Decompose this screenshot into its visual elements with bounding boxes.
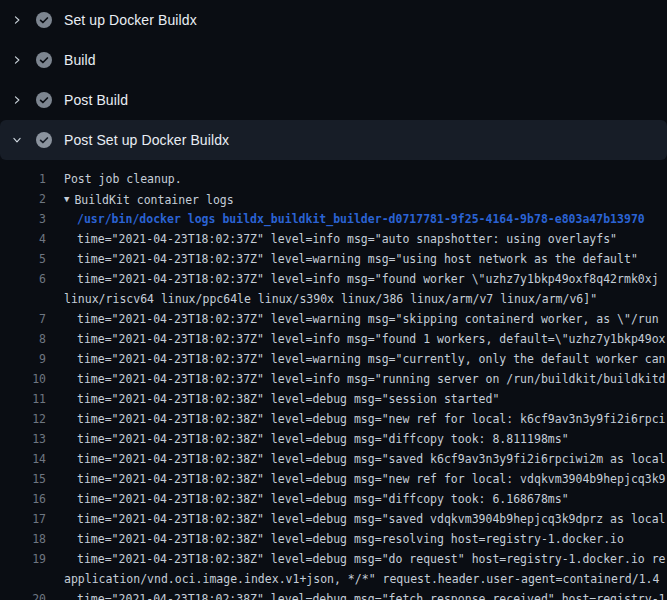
log-text: time="2021-04-23T18:02:37Z" level=warnin… xyxy=(64,349,666,369)
log-text: time="2021-04-23T18:02:38Z" level=debug … xyxy=(64,449,666,469)
log-line: 5time="2021-04-23T18:02:37Z" level=warni… xyxy=(0,249,667,269)
log-text: time="2021-04-23T18:02:38Z" level=debug … xyxy=(64,529,624,549)
log-text: Post job cleanup. xyxy=(64,169,182,189)
log-text: time="2021-04-23T18:02:38Z" level=debug … xyxy=(64,509,666,529)
log-text: time="2021-04-23T18:02:38Z" level=debug … xyxy=(64,389,499,409)
group-collapse-icon[interactable]: ▼ xyxy=(64,189,69,209)
log-line: 1Post job cleanup. xyxy=(0,169,667,189)
log-line-number[interactable]: 12 xyxy=(0,409,46,429)
log-line-number[interactable]: 14 xyxy=(0,449,46,469)
step-label: Build xyxy=(64,52,96,68)
log-text: time="2021-04-23T18:02:37Z" level=info m… xyxy=(64,229,617,249)
log-line: 13time="2021-04-23T18:02:38Z" level=debu… xyxy=(0,429,667,449)
log-text: time="2021-04-23T18:02:38Z" level=debug … xyxy=(64,489,569,509)
log-line: 12time="2021-04-23T18:02:38Z" level=debu… xyxy=(0,409,667,429)
step-row-build[interactable]: Build xyxy=(0,40,667,80)
log-line-number[interactable]: 1 xyxy=(0,169,46,189)
log-line-number xyxy=(0,569,46,589)
check-circle-icon xyxy=(36,52,52,68)
check-circle-icon xyxy=(36,132,52,148)
log-line: 7time="2021-04-23T18:02:37Z" level=warni… xyxy=(0,309,667,329)
log-text: application/vnd.oci.image.index.v1+json,… xyxy=(64,569,659,589)
log-text: time="2021-04-23T18:02:38Z" level=debug … xyxy=(64,429,569,449)
log-line-number[interactable]: 11 xyxy=(0,389,46,409)
log-text: time="2021-04-23T18:02:38Z" level=debug … xyxy=(64,469,666,489)
log-text: time="2021-04-23T18:02:38Z" level=debug … xyxy=(64,409,666,429)
check-circle-icon xyxy=(36,12,52,28)
log-text: time="2021-04-23T18:02:37Z" level=info m… xyxy=(64,329,666,349)
step-list: Set up Docker Buildx Build Post Build Po… xyxy=(0,0,667,160)
log-line-number[interactable]: 8 xyxy=(0,329,46,349)
log-line: 11time="2021-04-23T18:02:38Z" level=debu… xyxy=(0,389,667,409)
log-line-number[interactable]: 10 xyxy=(0,369,46,389)
log-line: 17time="2021-04-23T18:02:38Z" level=debu… xyxy=(0,509,667,529)
step-label: Set up Docker Buildx xyxy=(64,12,197,28)
log-line-number[interactable]: 20 xyxy=(0,589,46,600)
log-line: 10time="2021-04-23T18:02:37Z" level=info… xyxy=(0,369,667,389)
log-line-number[interactable]: 2 xyxy=(0,189,46,209)
log-line-number[interactable]: 18 xyxy=(0,529,46,549)
log-line: 15time="2021-04-23T18:02:38Z" level=debu… xyxy=(0,469,667,489)
log-line-number[interactable]: 17 xyxy=(0,509,46,529)
chevron-down-icon[interactable] xyxy=(12,132,22,148)
log-line: linux/riscv64 linux/ppc64le linux/s390x … xyxy=(0,289,667,309)
log-line-number[interactable]: 6 xyxy=(0,269,46,289)
log-line: 16time="2021-04-23T18:02:38Z" level=debu… xyxy=(0,489,667,509)
log-line-number[interactable]: 4 xyxy=(0,229,46,249)
log-line: 20time="2021-04-23T18:02:38Z" level=debu… xyxy=(0,589,667,600)
check-circle-icon xyxy=(36,92,52,108)
log-line-number[interactable]: 7 xyxy=(0,309,46,329)
log-line: 6time="2021-04-23T18:02:37Z" level=info … xyxy=(0,269,667,289)
chevron-right-icon[interactable] xyxy=(12,12,22,28)
log-line: 3/usr/bin/docker logs buildx_buildkit_bu… xyxy=(0,209,667,229)
step-label: Post Build xyxy=(64,92,128,108)
log-lines: 1Post job cleanup.2▼BuildKit container l… xyxy=(0,160,667,600)
log-line: 19time="2021-04-23T18:02:38Z" level=debu… xyxy=(0,549,667,569)
log-line: 9time="2021-04-23T18:02:37Z" level=warni… xyxy=(0,349,667,369)
log-text: time="2021-04-23T18:02:37Z" level=info m… xyxy=(64,369,666,389)
log-line-number[interactable]: 16 xyxy=(0,489,46,509)
step-row-post-set-up-docker-buildx[interactable]: Post Set up Docker Buildx xyxy=(0,120,667,160)
log-line-number[interactable]: 13 xyxy=(0,429,46,449)
log-line-number[interactable]: 15 xyxy=(0,469,46,489)
log-line: 2▼BuildKit container logs xyxy=(0,189,667,209)
log-line: application/vnd.oci.image.index.v1+json,… xyxy=(0,569,667,589)
log-line: 4time="2021-04-23T18:02:37Z" level=info … xyxy=(0,229,667,249)
log-line-number[interactable]: 3 xyxy=(0,209,46,229)
log-text: linux/riscv64 linux/ppc64le linux/s390x … xyxy=(64,289,597,309)
log-line: 18time="2021-04-23T18:02:38Z" level=debu… xyxy=(0,529,667,549)
log-line-number xyxy=(0,289,46,309)
log-line-number[interactable]: 9 xyxy=(0,349,46,369)
log-text: time="2021-04-23T18:02:37Z" level=info m… xyxy=(64,269,659,289)
chevron-right-icon[interactable] xyxy=(12,52,22,68)
log-command-text: /usr/bin/docker logs buildx_buildkit_bui… xyxy=(64,209,645,229)
log-text: time="2021-04-23T18:02:38Z" level=debug … xyxy=(64,549,666,569)
log-line: 8time="2021-04-23T18:02:37Z" level=info … xyxy=(0,329,667,349)
log-text: time="2021-04-23T18:02:38Z" level=debug … xyxy=(64,589,666,600)
log-text: time="2021-04-23T18:02:37Z" level=warnin… xyxy=(64,309,659,329)
step-label: Post Set up Docker Buildx xyxy=(64,132,229,148)
log-text: ▼BuildKit container logs xyxy=(64,189,234,209)
log-line-number[interactable]: 19 xyxy=(0,549,46,569)
step-row-post-build[interactable]: Post Build xyxy=(0,80,667,120)
log-line: 14time="2021-04-23T18:02:38Z" level=debu… xyxy=(0,449,667,469)
log-line-number[interactable]: 5 xyxy=(0,249,46,269)
chevron-right-icon[interactable] xyxy=(12,92,22,108)
log-text: time="2021-04-23T18:02:37Z" level=warnin… xyxy=(64,249,638,269)
step-row-set-up-docker-buildx[interactable]: Set up Docker Buildx xyxy=(0,0,667,40)
